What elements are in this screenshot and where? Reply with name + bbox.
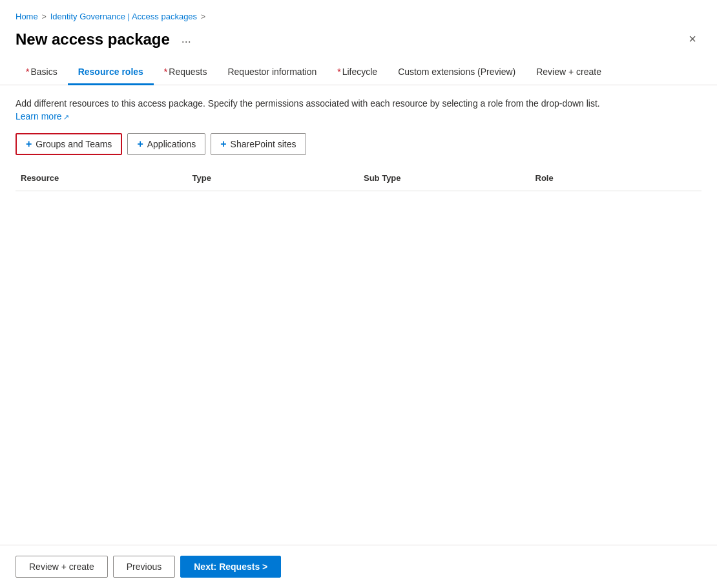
- col-role: Role: [530, 171, 702, 185]
- header-left: New access package ...: [16, 30, 195, 48]
- description-text: Add different resources to this access p…: [16, 98, 701, 109]
- plus-icon-sharepoint: +: [220, 138, 226, 150]
- tab-requests[interactable]: Requests: [154, 60, 218, 85]
- page-container: Home > Identity Governance | Access pack…: [0, 0, 717, 588]
- main-content: Add different resources to this access p…: [0, 85, 717, 545]
- footer: Review + create Previous Next: Requests …: [0, 545, 717, 588]
- sharepoint-sites-button[interactable]: + SharePoint sites: [211, 133, 306, 155]
- col-resource: Resource: [16, 171, 187, 185]
- previous-button[interactable]: Previous: [113, 556, 175, 578]
- learn-more-link[interactable]: Learn more↗: [16, 111, 69, 121]
- close-button[interactable]: ×: [683, 29, 701, 49]
- tab-review-create[interactable]: Review + create: [526, 60, 612, 85]
- groups-teams-button[interactable]: + Groups and Teams: [16, 133, 122, 155]
- breadcrumb-home[interactable]: Home: [16, 12, 38, 21]
- applications-label: Applications: [147, 139, 196, 149]
- applications-button[interactable]: + Applications: [127, 133, 205, 155]
- tab-resource-roles[interactable]: Resource roles: [68, 60, 154, 85]
- groups-teams-label: Groups and Teams: [36, 139, 112, 149]
- sharepoint-sites-label: SharePoint sites: [231, 139, 296, 149]
- tab-lifecycle[interactable]: Lifecycle: [327, 60, 388, 85]
- page-title: New access package: [16, 30, 170, 48]
- breadcrumb: Home > Identity Governance | Access pack…: [0, 0, 717, 26]
- table-header: Resource Type Sub Type Role: [16, 165, 701, 191]
- col-subtype: Sub Type: [358, 171, 530, 185]
- header-row: New access package ... ×: [0, 26, 717, 59]
- breadcrumb-sep-1: >: [42, 12, 47, 21]
- breadcrumb-sep-2: >: [201, 12, 205, 21]
- resource-buttons-row: + Groups and Teams + Applications + Shar…: [16, 133, 701, 155]
- breadcrumb-identity-link[interactable]: Identity Governance | Access packages: [50, 12, 197, 21]
- external-link-icon: ↗: [63, 113, 69, 121]
- next-requests-button[interactable]: Next: Requests >: [180, 556, 281, 578]
- tab-basics[interactable]: Basics: [16, 60, 68, 85]
- plus-icon-groups: +: [26, 138, 32, 150]
- ellipsis-button[interactable]: ...: [178, 31, 195, 47]
- review-create-button[interactable]: Review + create: [16, 556, 108, 578]
- tab-custom-extensions[interactable]: Custom extensions (Preview): [388, 60, 526, 85]
- col-type: Type: [187, 171, 359, 185]
- plus-icon-applications: +: [137, 138, 143, 150]
- learn-more-label: Learn more: [16, 111, 62, 121]
- tabs-row: Basics Resource roles Requests Requestor…: [0, 59, 717, 85]
- tab-requestor-info[interactable]: Requestor information: [217, 60, 327, 85]
- table-body: [16, 191, 701, 450]
